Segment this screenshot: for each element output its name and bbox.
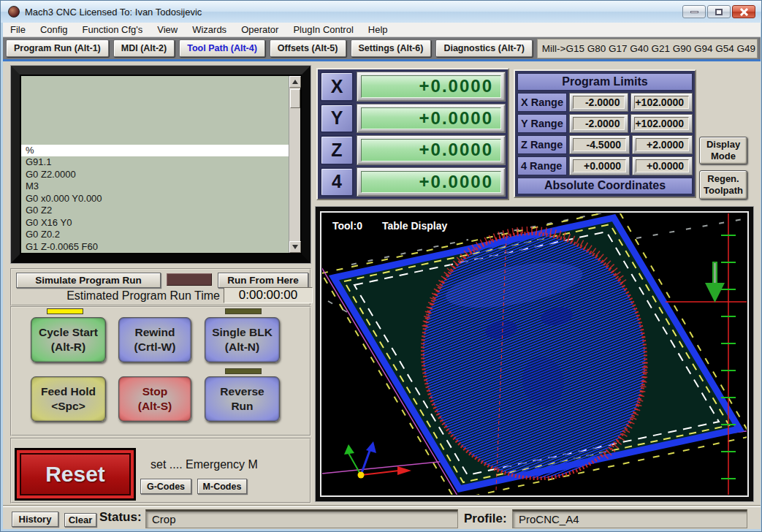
gcode-line[interactable]: G0 X16 Y0 <box>21 217 289 229</box>
tab-offsets[interactable]: Offsets (Alt-5) <box>270 39 346 57</box>
minimize-icon <box>690 11 698 13</box>
gcode-scrollbar[interactable] <box>289 76 300 253</box>
axis-button-z[interactable]: Z <box>320 135 354 165</box>
axis-dro-cluster: X +0.0000 Y +0.0000 Z +0.0000 4 +0.0000 <box>316 68 509 200</box>
app-window: Mach3 CNC Licensed To: Ivan Todosijevic … <box>0 0 762 532</box>
gcode-line[interactable]: G0 Z2.0000 <box>21 169 289 181</box>
absolute-coordinates-label: Absolute Coordinates <box>517 178 693 195</box>
program-limits-title: Program Limits <box>517 73 693 91</box>
menu-help[interactable]: Help <box>361 24 395 35</box>
m-codes-button[interactable]: M-Codes <box>197 479 247 494</box>
x-range-label: X Range <box>517 93 567 112</box>
tab-settings[interactable]: Settings (Alt-6) <box>351 39 432 57</box>
clear-button[interactable]: Clear <box>64 513 96 527</box>
tab-tool-path[interactable]: Tool Path (Alt-4) <box>179 39 265 57</box>
app-icon <box>8 6 20 18</box>
gcode-line[interactable]: G91.1 <box>21 156 289 169</box>
menu-operator[interactable]: Operator <box>234 24 286 35</box>
profile-field: ProCNC_A4 <box>512 509 747 528</box>
gcode-line[interactable]: G0 Z0.2 <box>21 229 289 241</box>
y-range-label: Y Range <box>517 114 567 133</box>
status-message: set .... Emergency M <box>151 458 258 471</box>
gcode-bezel: % G91.1 G0 Z2.0000 M3 G0 x0.000 Y0.000 G… <box>11 66 310 263</box>
window-title: Mach3 CNC Licensed To: Ivan Todosijevic <box>25 7 202 18</box>
dro-x-value[interactable]: +0.0000 <box>361 75 501 98</box>
menu-function-cfgs[interactable]: Function Cfg's <box>75 24 151 35</box>
gcode-line[interactable]: G0 Z2 <box>21 205 289 217</box>
reset-panel: Reset set .... Emergency M G-Codes M-Cod… <box>10 438 311 503</box>
gcode-list[interactable]: % G91.1 G0 Z2.0000 M3 G0 x0.000 Y0.000 G… <box>21 76 289 253</box>
statusbar-divider <box>3 505 761 507</box>
4-range-min: +0.0000 <box>573 159 626 172</box>
restore-button[interactable] <box>707 5 731 18</box>
gcode-line-current[interactable]: % <box>21 145 289 157</box>
estimated-run-time-label: Estimated Program Run Time <box>12 289 220 303</box>
menu-plugin-control[interactable]: PlugIn Control <box>286 24 360 35</box>
tool-number-label: Tool:0 <box>332 220 362 232</box>
single-blk-button[interactable]: Single BLK (Alt-N) <box>205 317 280 362</box>
title-bar: Mach3 CNC Licensed To: Ivan Todosijevic <box>1 1 762 23</box>
y-range-max: +102.0000 <box>634 117 689 130</box>
x-range-max: +102.0000 <box>634 96 689 109</box>
dro-y-value[interactable]: +0.0000 <box>361 107 501 130</box>
simulation-progress-indicator <box>167 273 212 286</box>
tab-mdi[interactable]: MDI (Alt-2) <box>113 39 175 57</box>
single-blk-led <box>225 308 262 314</box>
x-range-min: -2.0000 <box>573 96 625 109</box>
program-limits-panel: Program Limits X Range -2.0000 +102.0000… <box>514 69 696 198</box>
scroll-up-button[interactable] <box>289 76 301 88</box>
cycle-start-led <box>47 308 83 314</box>
gcode-line[interactable]: M3 <box>21 180 289 193</box>
arrow-up-icon <box>292 80 298 84</box>
reverse-run-button[interactable]: Reverse Run <box>205 376 280 422</box>
4-range-label: 4 Range <box>517 156 567 175</box>
table-display-label: Table Display <box>382 220 447 232</box>
rewind-button[interactable]: Rewind (Crtl-W) <box>118 317 191 362</box>
g-codes-button[interactable]: G-Codes <box>140 479 191 494</box>
z-range-min: -4.5000 <box>573 138 626 151</box>
scroll-down-button[interactable] <box>289 241 301 253</box>
restore-icon <box>715 9 723 15</box>
menu-wizards[interactable]: Wizards <box>185 24 234 35</box>
menu-file[interactable]: File <box>3 24 33 35</box>
toolpath-display[interactable]: Tool:0 Table Display <box>315 206 754 502</box>
history-button[interactable]: History <box>12 512 58 527</box>
display-mode-button[interactable]: Display Mode <box>699 137 747 164</box>
axis-button-4[interactable]: 4 <box>320 167 354 197</box>
run-controls-strip: Simulate Program Run Run From Here Estim… <box>10 268 311 306</box>
scrollbar-thumb[interactable] <box>290 89 300 108</box>
menu-config[interactable]: Config <box>33 24 75 35</box>
cycle-start-button[interactable]: Cycle Start (Alt-R) <box>31 317 106 362</box>
dro-z-value[interactable]: +0.0000 <box>361 139 501 162</box>
z-range-max: +2.0000 <box>636 138 689 151</box>
axis-button-y[interactable]: Y <box>320 104 354 134</box>
gcode-line[interactable]: G0 x0.000 Y0.000 <box>21 193 289 205</box>
toolpath-screen: Tool:0 Table Display <box>320 211 749 497</box>
4-range-max: +0.0000 <box>636 159 689 172</box>
dro-4-value[interactable]: +0.0000 <box>361 171 501 194</box>
gcode-line[interactable]: G1 Z-0.0065 F60 <box>21 241 289 254</box>
regen-toolpath-button[interactable]: Regen. Toolpath <box>699 170 747 200</box>
toolpath-canvas: Tool:0 Table Display <box>322 213 747 495</box>
profile-label: Profile: <box>464 512 507 526</box>
status-field: Crop <box>145 509 458 528</box>
close-icon <box>739 7 748 16</box>
tab-program-run[interactable]: Program Run (Alt-1) <box>6 39 109 57</box>
gcode-display: % G91.1 G0 Z2.0000 M3 G0 x0.000 Y0.000 G… <box>10 65 311 264</box>
stop-button[interactable]: Stop (Alt-S) <box>118 376 191 422</box>
simulate-program-run-button[interactable]: Simulate Program Run <box>16 273 161 288</box>
run-from-here-button[interactable]: Run From Here <box>218 273 308 288</box>
reset-button[interactable]: Reset <box>17 450 134 498</box>
tab-diagnostics[interactable]: Diagnostics (Alt-7) <box>435 39 532 57</box>
z-range-label: Z Range <box>517 135 567 154</box>
feed-hold-button[interactable]: Feed Hold <Spc> <box>31 376 106 422</box>
active-modes-readout: Mill->G15 G80 G17 G40 G21 G90 G94 G54 G4… <box>537 39 758 58</box>
close-button[interactable] <box>732 5 755 18</box>
menu-view[interactable]: View <box>150 24 185 35</box>
menu-bar: File Config Function Cfg's View Wizards … <box>3 23 761 37</box>
minimize-button[interactable] <box>682 5 706 18</box>
axis-button-x[interactable]: X <box>320 72 354 102</box>
status-label: Status: <box>99 510 142 525</box>
estimated-run-time-value: 0:00:00:00 <box>224 287 313 303</box>
y-range-min: -2.0000 <box>573 117 625 130</box>
